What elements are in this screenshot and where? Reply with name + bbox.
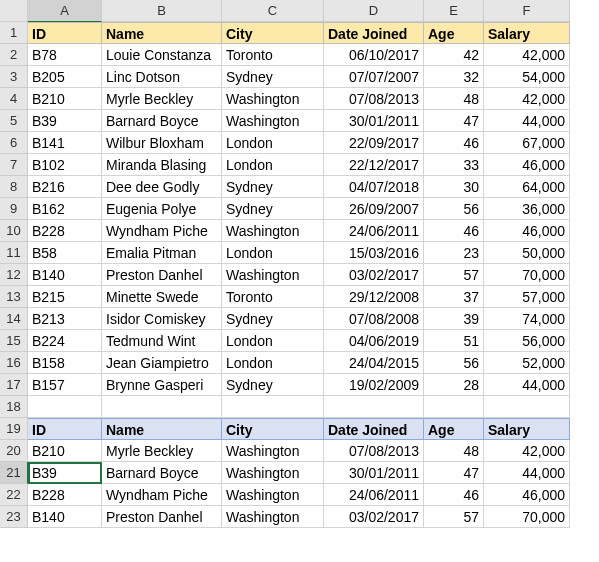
cell-B15[interactable]: Tedmund Wint [102,330,222,352]
row-header-6[interactable]: 6 [0,132,28,154]
cell-A20[interactable]: B210 [28,440,102,462]
cell-A19[interactable]: ID [28,418,102,440]
row-header-18[interactable]: 18 [0,396,28,418]
cell-E23[interactable]: 57 [424,506,484,528]
cell-E22[interactable]: 46 [424,484,484,506]
cell-D11[interactable]: 15/03/2016 [324,242,424,264]
row-header-10[interactable]: 10 [0,220,28,242]
row-header-1[interactable]: 1 [0,22,28,44]
cell-C14[interactable]: Sydney [222,308,324,330]
cell-D16[interactable]: 24/04/2015 [324,352,424,374]
cell-F22[interactable]: 46,000 [484,484,570,506]
cell-E19[interactable]: Age [424,418,484,440]
cell-B9[interactable]: Eugenia Polye [102,198,222,220]
cell-B6[interactable]: Wilbur Bloxham [102,132,222,154]
cell-D23[interactable]: 03/02/2017 [324,506,424,528]
cell-B14[interactable]: Isidor Comiskey [102,308,222,330]
cell-C22[interactable]: Washington [222,484,324,506]
cell-C7[interactable]: London [222,154,324,176]
cell-D17[interactable]: 19/02/2009 [324,374,424,396]
cell-F3[interactable]: 54,000 [484,66,570,88]
cell-D20[interactable]: 07/08/2013 [324,440,424,462]
cell-E9[interactable]: 56 [424,198,484,220]
row-header-11[interactable]: 11 [0,242,28,264]
row-header-23[interactable]: 23 [0,506,28,528]
column-header-D[interactable]: D [324,0,424,22]
cell-B1[interactable]: Name [102,22,222,44]
row-header-13[interactable]: 13 [0,286,28,308]
column-header-E[interactable]: E [424,0,484,22]
cell-E8[interactable]: 30 [424,176,484,198]
row-header-4[interactable]: 4 [0,88,28,110]
row-header-14[interactable]: 14 [0,308,28,330]
cell-A6[interactable]: B141 [28,132,102,154]
cell-D1[interactable]: Date Joined [324,22,424,44]
cell-A13[interactable]: B215 [28,286,102,308]
cell-F2[interactable]: 42,000 [484,44,570,66]
cell-F16[interactable]: 52,000 [484,352,570,374]
cell-B10[interactable]: Wyndham Piche [102,220,222,242]
cell-C21[interactable]: Washington [222,462,324,484]
cell-C20[interactable]: Washington [222,440,324,462]
cell-F23[interactable]: 70,000 [484,506,570,528]
cell-C10[interactable]: Washington [222,220,324,242]
cell-D4[interactable]: 07/08/2013 [324,88,424,110]
cell-F13[interactable]: 57,000 [484,286,570,308]
cell-F10[interactable]: 46,000 [484,220,570,242]
cell-A1[interactable]: ID [28,22,102,44]
cell-A3[interactable]: B205 [28,66,102,88]
cell-B22[interactable]: Wyndham Piche [102,484,222,506]
row-header-8[interactable]: 8 [0,176,28,198]
cell-D7[interactable]: 22/12/2017 [324,154,424,176]
cell-B21[interactable]: Barnard Boyce [102,462,222,484]
cell-A18[interactable] [28,396,102,418]
cell-F1[interactable]: Salary [484,22,570,44]
cell-E14[interactable]: 39 [424,308,484,330]
cell-F15[interactable]: 56,000 [484,330,570,352]
column-header-F[interactable]: F [484,0,570,22]
cell-E10[interactable]: 46 [424,220,484,242]
cell-C11[interactable]: London [222,242,324,264]
cell-B12[interactable]: Preston Danhel [102,264,222,286]
cell-A22[interactable]: B228 [28,484,102,506]
cell-C6[interactable]: London [222,132,324,154]
cell-B16[interactable]: Jean Giampietro [102,352,222,374]
cell-E18[interactable] [424,396,484,418]
cell-E11[interactable]: 23 [424,242,484,264]
cell-D19[interactable]: Date Joined [324,418,424,440]
cell-B23[interactable]: Preston Danhel [102,506,222,528]
cell-F12[interactable]: 70,000 [484,264,570,286]
cell-B20[interactable]: Myrle Beckley [102,440,222,462]
cell-C9[interactable]: Sydney [222,198,324,220]
row-header-22[interactable]: 22 [0,484,28,506]
cell-F17[interactable]: 44,000 [484,374,570,396]
cell-A12[interactable]: B140 [28,264,102,286]
cell-D3[interactable]: 07/07/2007 [324,66,424,88]
cell-E2[interactable]: 42 [424,44,484,66]
cell-F5[interactable]: 44,000 [484,110,570,132]
cell-A14[interactable]: B213 [28,308,102,330]
cell-C17[interactable]: Sydney [222,374,324,396]
cell-A9[interactable]: B162 [28,198,102,220]
cell-E16[interactable]: 56 [424,352,484,374]
cell-F8[interactable]: 64,000 [484,176,570,198]
select-all-corner[interactable] [0,0,28,22]
spreadsheet-grid[interactable]: ABCDEF1IDNameCityDate JoinedAgeSalary2B7… [0,0,599,528]
cell-C2[interactable]: Toronto [222,44,324,66]
cell-A10[interactable]: B228 [28,220,102,242]
cell-C15[interactable]: London [222,330,324,352]
cell-D13[interactable]: 29/12/2008 [324,286,424,308]
cell-C12[interactable]: Washington [222,264,324,286]
cell-D22[interactable]: 24/06/2011 [324,484,424,506]
cell-A8[interactable]: B216 [28,176,102,198]
cell-B17[interactable]: Brynne Gasperi [102,374,222,396]
cell-A17[interactable]: B157 [28,374,102,396]
cell-C5[interactable]: Washington [222,110,324,132]
cell-F4[interactable]: 42,000 [484,88,570,110]
row-header-15[interactable]: 15 [0,330,28,352]
row-header-7[interactable]: 7 [0,154,28,176]
row-header-20[interactable]: 20 [0,440,28,462]
row-header-16[interactable]: 16 [0,352,28,374]
cell-E3[interactable]: 32 [424,66,484,88]
cell-B5[interactable]: Barnard Boyce [102,110,222,132]
